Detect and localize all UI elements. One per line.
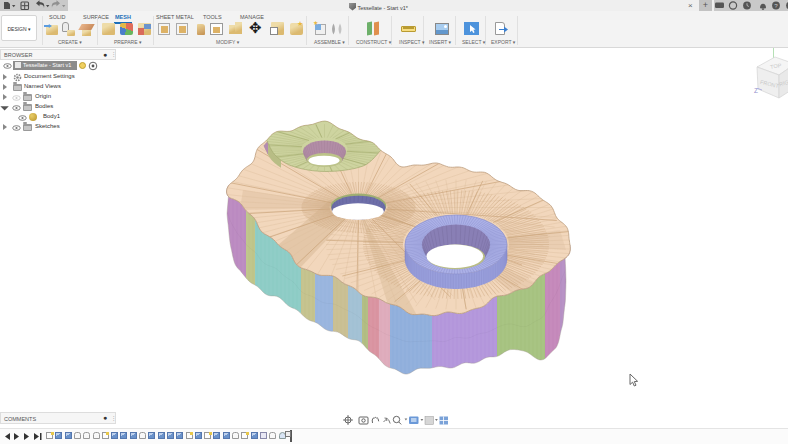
svg-text:Z: Z: [754, 87, 758, 94]
